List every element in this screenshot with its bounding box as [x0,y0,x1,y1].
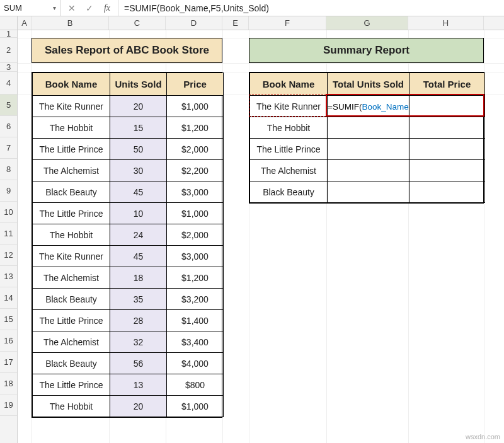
cell-name[interactable]: Black Beauty [33,353,110,374]
cell-price[interactable]: $800 [167,374,224,396]
cell-g5-active[interactable]: =SUMIF(Book_Name,F5,Units_Sold) [328,96,410,117]
formula-input[interactable]: =SUMIF(Book_Name,F5,Units_Sold) [119,0,504,16]
cell-units[interactable]: 20 [110,396,167,417]
cell-name[interactable]: The Hobbit [33,396,110,417]
cell-price[interactable]: $3,000 [167,246,224,267]
cell-units[interactable]: 13 [110,374,167,396]
cancel-icon[interactable]: ✕ [67,3,77,13]
cell-price[interactable] [410,181,485,203]
cell-name[interactable]: Black Beauty [33,181,110,203]
cell-units[interactable]: 45 [110,181,167,203]
cell-name[interactable]: The Alchemist [33,331,110,353]
right-th-units[interactable]: Total Units Sold [328,73,410,96]
select-all-triangle[interactable] [0,16,18,30]
cell-price[interactable]: $1,200 [167,267,224,289]
cell-name[interactable]: Black Beauty [33,289,110,310]
left-th-units[interactable]: Units Sold [110,73,167,96]
row-header-8[interactable]: 8 [0,159,17,180]
cell-units[interactable] [328,181,410,203]
cell-units[interactable]: 45 [110,246,167,267]
cell-name[interactable]: The Little Prince [33,203,110,224]
col-header-C[interactable]: C [109,16,166,30]
cell-name[interactable]: The Kite Runner [33,96,110,117]
cell-name[interactable]: The Little Prince [33,310,110,331]
cell-units[interactable]: 10 [110,203,167,224]
row-header-15[interactable]: 15 [0,309,17,330]
cell-name[interactable]: The Little Prince [33,139,110,160]
col-header-D[interactable]: D [166,16,222,30]
confirm-icon[interactable]: ✓ [84,3,94,13]
cell-name[interactable]: The Hobbit [33,117,110,139]
row-header-9[interactable]: 9 [0,180,17,202]
cell-units[interactable]: 15 [110,117,167,139]
fx-icon[interactable]: fx [102,3,112,13]
cell-name[interactable]: The Alchemist [33,267,110,289]
cell-price[interactable]: $2,000 [167,139,224,160]
sheet[interactable]: Sales Report of ABC Book Store Book Name… [18,30,504,443]
cell-name[interactable]: The Little Prince [33,374,110,396]
cell-name[interactable]: The Hobbit [250,117,328,139]
cell-price[interactable]: $1,000 [167,96,224,117]
cell-price[interactable]: $1,200 [167,117,224,139]
name-box[interactable]: SUM ▾ [0,0,60,16]
row-header-4[interactable]: 4 [0,72,17,95]
cell-price[interactable]: $1,000 [167,203,224,224]
name-box-dropdown-icon[interactable]: ▾ [53,4,56,11]
cell-units[interactable]: 35 [110,289,167,310]
cell-units[interactable] [328,160,410,181]
cell-price[interactable] [410,117,485,139]
cell-name[interactable]: The Kite Runner [250,96,328,117]
cell-units[interactable]: 32 [110,331,167,353]
cell-units[interactable]: 28 [110,310,167,331]
cell-units[interactable]: 24 [110,224,167,246]
cell-h5[interactable] [410,96,485,117]
col-header-H[interactable]: H [408,16,484,30]
row-header-19[interactable]: 19 [0,394,17,416]
cell-price[interactable] [410,160,485,181]
right-th-price[interactable]: Total Price [410,73,485,96]
cell-name[interactable]: The Alchemist [250,160,328,181]
cell-price[interactable]: $3,400 [167,331,224,353]
col-header-F[interactable]: F [249,16,326,30]
cell-price[interactable]: $2,200 [167,160,224,181]
cell-price[interactable]: $2,000 [167,224,224,246]
cell-price[interactable] [410,139,485,160]
row-header-13[interactable]: 13 [0,266,17,287]
cell-price[interactable]: $3,000 [167,181,224,203]
left-th-price[interactable]: Price [167,73,224,96]
cell-units[interactable]: 18 [110,267,167,289]
col-header-G[interactable]: G [326,16,408,30]
row-header-14[interactable]: 14 [0,287,17,309]
row-header-17[interactable]: 17 [0,352,17,373]
col-header-E[interactable]: E [222,16,249,30]
cell-units[interactable]: 50 [110,139,167,160]
row-header-3[interactable]: 3 [0,63,17,72]
row-header-6[interactable]: 6 [0,116,17,137]
cell-name[interactable]: The Little Prince [250,139,328,160]
row-header-11[interactable]: 11 [0,223,17,245]
cell-units[interactable] [328,117,410,139]
cell-name[interactable]: The Kite Runner [33,246,110,267]
cell-units[interactable]: 30 [110,160,167,181]
cell-name[interactable]: The Alchemist [33,160,110,181]
row-header-2[interactable]: 2 [0,38,17,63]
cell-units[interactable]: 20 [110,96,167,117]
cell-price[interactable]: $3,200 [167,289,224,310]
row-header-10[interactable]: 10 [0,202,17,223]
cell-name[interactable]: The Hobbit [33,224,110,246]
right-th-name[interactable]: Book Name [250,73,328,96]
col-header-A[interactable]: A [18,16,32,30]
row-header-1[interactable]: 1 [0,30,17,38]
cell-price[interactable]: $1,000 [167,396,224,417]
row-header-7[interactable]: 7 [0,137,17,159]
row-header-5[interactable]: 5 [0,95,17,116]
row-header-16[interactable]: 16 [0,330,17,352]
row-header-18[interactable]: 18 [0,373,17,394]
cell-units[interactable] [328,139,410,160]
cell-price[interactable]: $4,000 [167,353,224,374]
cell-units[interactable]: 56 [110,353,167,374]
cell-name[interactable]: Black Beauty [250,181,328,203]
row-header-12[interactable]: 12 [0,245,17,266]
col-header-B[interactable]: B [32,16,109,30]
left-th-name[interactable]: Book Name [33,73,110,96]
